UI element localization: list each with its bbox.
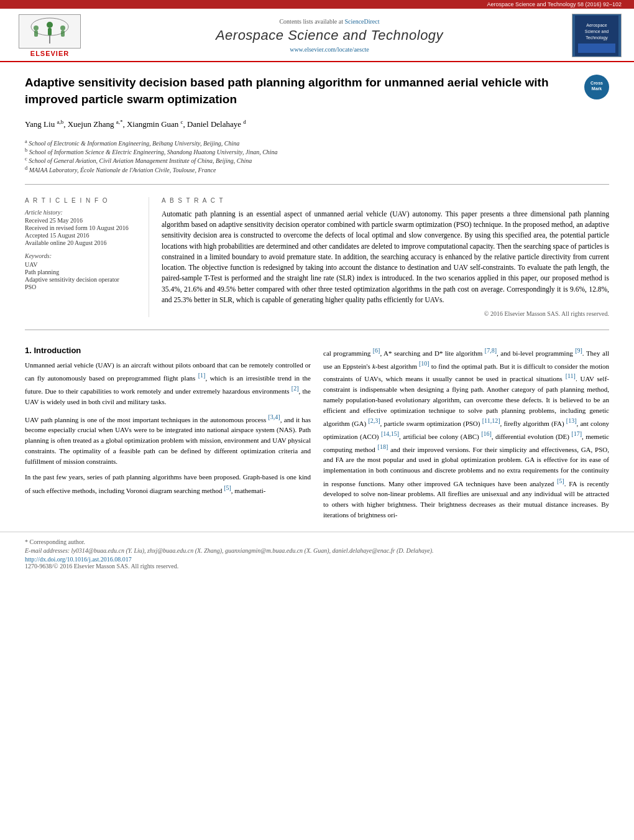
article-history: Article history: Received 25 May 2016 Re… <box>25 209 139 246</box>
journal-url: www.elsevier.com/locate/aescte <box>99 46 559 53</box>
svg-rect-7 <box>48 28 52 35</box>
abstract-text: Automatic path planning is an essential … <box>162 209 609 305</box>
journal-info-bar: Aerospace Science and Technology 58 (201… <box>0 0 634 9</box>
abstract-copyright: © 2016 Elsevier Masson SAS. All rights r… <box>162 310 609 317</box>
svg-text:Cross: Cross <box>590 81 603 85</box>
article-title: Adaptive sensitivity decision based path… <box>25 75 584 108</box>
accepted-date: Accepted 15 August 2016 <box>25 232 139 239</box>
history-label: Article history: <box>25 209 139 216</box>
elsevier-brand-text: ELSEVIER <box>30 50 69 57</box>
journal-title: Aerospace Science and Technology <box>99 27 559 44</box>
keyword-adaptive: Adaptive sensitivity decision operator <box>25 276 139 283</box>
affiliation-d: d MAIAA Laboratory, École Nationale de l… <box>25 165 609 173</box>
keywords-label: Keywords: <box>25 252 139 259</box>
doi-link[interactable]: http://dx.doi.org/10.1016/j.ast.2016.08.… <box>25 556 609 563</box>
keyword-path-planning: Path planning <box>25 269 139 275</box>
svg-text:Aerospace: Aerospace <box>586 23 607 28</box>
svg-rect-8 <box>61 30 65 37</box>
main-content: 1. Introduction Unmanned aerial vehicle … <box>0 336 634 525</box>
elsevier-logo-image <box>19 14 81 48</box>
svg-rect-6 <box>34 30 38 37</box>
journal-thumbnail: Aerospace Science and Technology <box>572 14 622 57</box>
section-divider-2 <box>25 330 609 330</box>
keyword-uav: UAV <box>25 261 139 268</box>
affiliation-a: a School of Electronic & Information Eng… <box>25 139 609 147</box>
section-divider-1 <box>25 184 609 185</box>
keywords-section: Keywords: UAV Path planning Adaptive sen… <box>25 252 139 290</box>
svg-point-4 <box>47 22 53 28</box>
svg-rect-13 <box>578 44 615 53</box>
received-revised-date: Received in revised form 10 August 2016 <box>25 224 139 231</box>
corresponding-note: * Corresponding author. <box>25 538 609 545</box>
received-date: Received 25 May 2016 <box>25 217 139 224</box>
sciencedirect-link[interactable]: ScienceDirect <box>344 18 379 25</box>
keyword-pso: PSO <box>25 284 139 290</box>
article-info-abstract-section: A R T I C L E I N F O Article history: R… <box>0 191 634 323</box>
journal-header-center: Contents lists available at ScienceDirec… <box>87 18 572 53</box>
section1-para2: UAV path planning is one of the most imp… <box>25 412 311 468</box>
journal-header: ELSEVIER Contents lists available at Sci… <box>0 9 634 62</box>
affiliations-section: a School of Electronic & Information Eng… <box>0 135 634 178</box>
crossmark-badge[interactable]: Cross Mark <box>584 75 609 99</box>
journal-volume-info: Aerospace Science and Technology 58 (201… <box>487 1 622 7</box>
right-column: cal programming [6], A* searching and D*… <box>323 346 609 525</box>
contents-available-text: Contents lists available at ScienceDirec… <box>99 18 559 25</box>
affiliation-c: c School of General Aviation, Civil Avia… <box>25 156 609 164</box>
svg-point-5 <box>60 25 65 30</box>
article-info-heading: A R T I C L E I N F O <box>25 197 139 204</box>
affiliation-b: b School of Information Science & Electr… <box>25 147 609 155</box>
article-info-column: A R T I C L E I N F O Article history: R… <box>25 197 149 317</box>
email-line: E-mail addresses: ly0314@buaa.edu.cn (Y.… <box>25 547 609 554</box>
svg-text:Science and: Science and <box>585 29 609 34</box>
section1-para1: Unmanned aerial vehicle (UAV) is an airc… <box>25 360 311 407</box>
section1-right-para1: cal programming [6], A* searching and D*… <box>323 346 609 520</box>
svg-text:Mark: Mark <box>592 86 602 91</box>
article-title-section: Adaptive sensitivity decision based path… <box>0 62 634 114</box>
authors-line: Yang Liu a,b, Xuejun Zhang a,*, Xiangmin… <box>25 119 609 129</box>
section1-para3: In the past few years, series of path pl… <box>25 472 311 496</box>
elsevier-logo: ELSEVIER <box>12 14 87 57</box>
article-footer: * Corresponding author. E-mail addresses… <box>0 532 634 576</box>
abstract-heading: A B S T R A C T <box>162 197 609 204</box>
available-online-date: Available online 20 August 2016 <box>25 239 139 246</box>
issn-line: 1270-9638/© 2016 Elsevier Masson SAS. Al… <box>25 563 609 570</box>
svg-text:Technology: Technology <box>586 35 608 40</box>
left-column: 1. Introduction Unmanned aerial vehicle … <box>25 346 311 525</box>
abstract-column: A B S T R A C T Automatic path planning … <box>162 197 609 317</box>
svg-point-3 <box>34 25 39 30</box>
section1-title: 1. Introduction <box>25 346 311 355</box>
authors-section: Yang Liu a,b, Xuejun Zhang a,*, Xiangmin… <box>0 114 634 134</box>
